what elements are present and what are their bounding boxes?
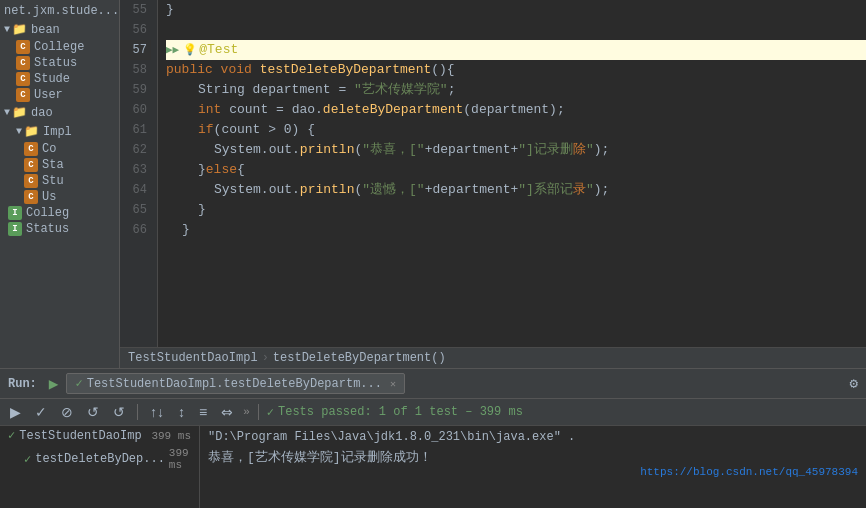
run-panel: Run: ▶ ✓ TestStudentDaoImpl.testDeleteBy…: [0, 368, 866, 508]
item-label: Status: [34, 56, 77, 70]
code-line-64: System.out.println("遗憾，["+department+"]系…: [166, 180, 866, 200]
run-output: ✓ TestStudentDaoImp 399 ms ✓ testDeleteB…: [0, 426, 866, 508]
tree-class-label: TestStudentDaoImp: [19, 429, 141, 443]
line-num-65: 65: [120, 200, 151, 220]
toolbar-collapse-button[interactable]: ≡: [195, 402, 211, 422]
item-label: Colleg: [26, 206, 69, 220]
run-tab-label: TestStudentDaoImpl.testDeleteByDepartm..…: [87, 377, 382, 391]
code-line-60: int count = dao.deleteByDepartment(depar…: [166, 100, 866, 120]
arrow-icon: ▼: [4, 24, 10, 35]
folder-icon: 📁: [12, 22, 27, 37]
line-num-56: 56: [120, 20, 151, 40]
arrow-icon: ▼: [4, 107, 10, 118]
item-label: User: [34, 88, 63, 102]
interface-icon: I: [8, 222, 22, 236]
item-label: Us: [42, 190, 56, 204]
item-label: Sta: [42, 158, 64, 172]
code-line-66: }: [166, 220, 866, 240]
run-tree-item-class[interactable]: ✓ TestStudentDaoImp 399 ms: [0, 426, 199, 445]
line-num-59: 59: [120, 80, 151, 100]
line-num-61: 61: [120, 120, 151, 140]
run-output-line: 恭喜，[艺术传媒学院]记录删除成功！: [208, 448, 858, 466]
line-num-63: 63: [120, 160, 151, 180]
breadcrumb-method[interactable]: testDeleteByDepartment(): [273, 351, 446, 365]
toolbar-rerun1-button[interactable]: ↺: [83, 402, 103, 422]
gear-icon[interactable]: ⚙: [850, 375, 858, 392]
item-label: Status: [26, 222, 69, 236]
impl-label: Impl: [43, 125, 72, 139]
class-icon: C: [24, 174, 38, 188]
sidebar-root: net.jxm.stude...: [0, 2, 119, 20]
sidebar-item-user[interactable]: C User: [4, 87, 119, 103]
line-num-64: 64: [120, 180, 151, 200]
sidebar-folder-impl[interactable]: ▼ 📁 Impl: [0, 122, 119, 141]
sidebar-item-college[interactable]: C College: [4, 39, 119, 55]
run-tree-item-method[interactable]: ✓ testDeleteByDep... 399 ms: [0, 445, 199, 473]
sidebar-item-status[interactable]: C Status: [4, 55, 119, 71]
code-line-58: public void testDeleteByDepartment(){: [166, 60, 866, 80]
toolbar-check-button[interactable]: ✓: [31, 402, 51, 422]
code-line-62: System.out.println("恭喜，["+department+"]记…: [166, 140, 866, 160]
interface-icon: I: [8, 206, 22, 220]
class-icon: C: [16, 56, 30, 70]
tree-check-icon: ✓: [24, 452, 31, 467]
sidebar-item-student[interactable]: C Stude: [4, 71, 119, 87]
run-tree: ✓ TestStudentDaoImp 399 ms ✓ testDeleteB…: [0, 426, 200, 508]
sidebar-item-istatus[interactable]: I Status: [0, 221, 119, 237]
code-line-59: String department = "艺术传媒学院";: [166, 80, 866, 100]
folder-icon: 📁: [12, 105, 27, 120]
run-tab-bar: Run: ▶ ✓ TestStudentDaoImpl.testDeleteBy…: [0, 369, 866, 399]
class-icon: C: [16, 72, 30, 86]
code-line-55: }: [166, 0, 866, 20]
toolbar-expand-button[interactable]: ⇔: [217, 402, 237, 422]
run-gutter-icon[interactable]: ▶▶: [166, 40, 179, 60]
toolbar-separator: [137, 404, 138, 420]
close-tab-button[interactable]: ✕: [390, 378, 396, 390]
sidebar-item-stu[interactable]: C Stu: [12, 173, 119, 189]
class-icon: C: [24, 190, 38, 204]
sidebar: net.jxm.stude... ▼ 📁 bean C College C St…: [0, 0, 120, 368]
bean-label: bean: [31, 23, 60, 37]
tree-method-time: 399 ms: [169, 447, 191, 471]
bulb-icon[interactable]: 💡: [183, 40, 197, 60]
item-label: Stu: [42, 174, 64, 188]
toolbar-stop-button[interactable]: ⊘: [57, 402, 77, 422]
toolbar-sort-desc-button[interactable]: ↕: [174, 402, 189, 422]
line-num-62: 62: [120, 140, 151, 160]
breadcrumb-separator: ›: [262, 351, 269, 365]
editor-area: 55 56 57 58 59 60 61 62 63 64 65 66 }: [120, 0, 866, 368]
line-num-55: 55: [120, 0, 151, 20]
impl-group: C Co C Sta C Stu C Us: [0, 141, 119, 205]
toolbar-separator-2: [258, 404, 259, 420]
tab-check-icon: ✓: [75, 376, 82, 391]
sidebar-folder-dao[interactable]: ▼ 📁 dao: [0, 103, 119, 122]
toolbar-more-icon[interactable]: »: [243, 406, 250, 418]
run-link[interactable]: https://blog.csdn.net/qq_45978394: [208, 466, 858, 478]
item-label: College: [34, 40, 84, 54]
run-cmd-line: "D:\Program Files\Java\jdk1.8.0_231\bin\…: [208, 430, 858, 444]
folder-icon: 📁: [24, 124, 39, 139]
sidebar-item-us[interactable]: C Us: [12, 189, 119, 205]
class-icon: C: [16, 40, 30, 54]
run-play-button[interactable]: ▶: [49, 374, 59, 394]
toolbar-sort-asc-button[interactable]: ↑↓: [146, 402, 168, 422]
class-icon: C: [24, 142, 38, 156]
code-content[interactable]: } ▶▶ 💡 @Test public void testDeleteByDep…: [158, 0, 866, 347]
breadcrumb-class[interactable]: TestStudentDaoImpl: [128, 351, 258, 365]
sidebar-item-sta[interactable]: C Sta: [12, 157, 119, 173]
toolbar-rerun2-button[interactable]: ↺: [109, 402, 129, 422]
code-line-61: if(count > 0) {: [166, 120, 866, 140]
run-tab[interactable]: ✓ TestStudentDaoImpl.testDeleteByDepartm…: [66, 373, 405, 394]
tree-check-icon: ✓: [8, 428, 15, 443]
run-right-panel: "D:\Program Files\Java\jdk1.8.0_231\bin\…: [200, 426, 866, 508]
toolbar-play-button[interactable]: ▶: [6, 402, 25, 422]
sidebar-item-co[interactable]: C Co: [12, 141, 119, 157]
main-area: net.jxm.stude... ▼ 📁 bean C College C St…: [0, 0, 866, 368]
sidebar-item-icolleg[interactable]: I Colleg: [0, 205, 119, 221]
sidebar-folder-bean[interactable]: ▼ 📁 bean: [0, 20, 119, 39]
line-numbers: 55 56 57 58 59 60 61 62 63 64 65 66: [120, 0, 158, 347]
tree-method-label: testDeleteByDep...: [35, 452, 165, 466]
item-label: Co: [42, 142, 56, 156]
line-num-58: 58: [120, 60, 151, 80]
line-num-57: 57: [120, 40, 151, 60]
